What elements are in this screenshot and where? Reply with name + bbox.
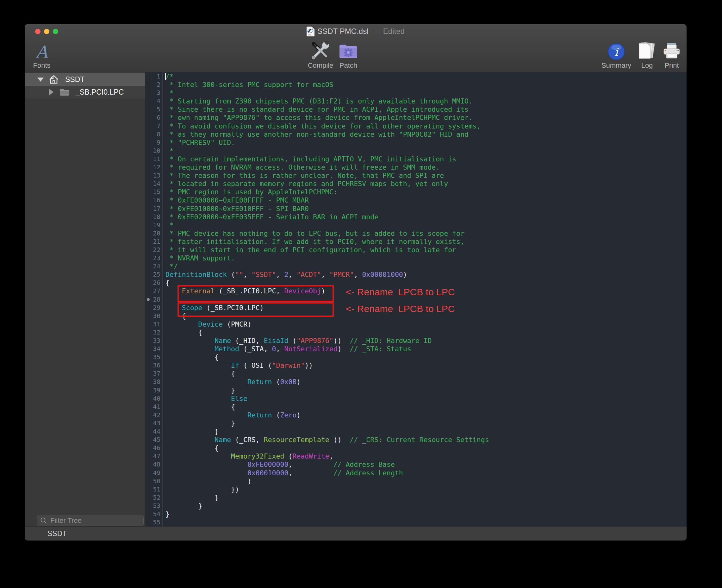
- code-text: {: [162, 329, 203, 337]
- code-text: {: [162, 444, 219, 452]
- code-text: * 0xFE000000~0xFE00FFFF - PMC MBAR: [162, 196, 309, 205]
- code-line[interactable]: 42 Return (Zero): [146, 411, 686, 419]
- line-number: 44: [146, 427, 162, 436]
- code-line[interactable]: 37 {: [146, 370, 686, 378]
- code-line[interactable]: 8 * as they normally use another non-sta…: [146, 130, 686, 139]
- code-line[interactable]: 40 Else: [146, 395, 686, 403]
- code-line[interactable]: 34 Method (_STA, 0, NotSerialized) // _S…: [146, 345, 686, 353]
- disclosure-down-icon[interactable]: [37, 78, 44, 82]
- code-text: If (_OSI ("Darwin")): [162, 361, 313, 370]
- line-number: 10: [146, 147, 162, 155]
- patch-button[interactable]: Patch: [333, 41, 363, 70]
- line-number: 50: [146, 477, 162, 485]
- line-number: 9: [146, 139, 162, 147]
- code-line[interactable]: 22 * it will start in the end of PCI con…: [146, 246, 686, 254]
- code-line[interactable]: 5 * Since there is no standard device fo…: [146, 105, 686, 113]
- code-line[interactable]: 33 Name (_HID, EisaId ("APP9876")) // _H…: [146, 337, 686, 345]
- document-icon: DSL: [306, 26, 315, 36]
- code-line[interactable]: 41 {: [146, 403, 686, 411]
- code-line[interactable]: 15 * PMC region is used by AppleIntelPCH…: [146, 188, 686, 196]
- code-line[interactable]: 6 * own naming "APP9876" to access this …: [146, 113, 686, 122]
- code-text: /*: [162, 72, 174, 81]
- code-line[interactable]: 38 Return (0x0B): [146, 378, 686, 386]
- text-cursor: [165, 73, 166, 80]
- code-text: * faster initialisation. If we add it to…: [162, 238, 465, 246]
- code-line[interactable]: 36 If (_OSI ("Darwin")): [146, 361, 686, 370]
- fonts-button[interactable]: A Fonts: [29, 41, 55, 70]
- code-text: * located in separate memory regions and…: [162, 180, 448, 188]
- code-line[interactable]: 21 * faster initialisation. If we add it…: [146, 238, 686, 246]
- code-line[interactable]: 50 ): [146, 477, 686, 485]
- line-number: 26: [146, 279, 162, 287]
- code-line[interactable]: 32 {: [146, 329, 686, 337]
- code-text: {: [162, 370, 235, 378]
- sidebar-item-sb-pci0-lpc[interactable]: _SB.PCI0.LPC: [25, 86, 145, 99]
- code-line[interactable]: 51 }): [146, 485, 686, 494]
- code-line[interactable]: 7 * To avoid confusion we disable this d…: [146, 122, 686, 130]
- line-number: 15: [146, 188, 162, 196]
- code-line[interactable]: 20 * PMC device has nothing to do to LPC…: [146, 229, 686, 238]
- filter-tree-input[interactable]: [50, 516, 143, 525]
- code-line[interactable]: 11 * On certain implementations, includi…: [146, 155, 686, 163]
- line-number: 12: [146, 163, 162, 171]
- print-button[interactable]: Print: [657, 41, 686, 70]
- code-line[interactable]: 9 * "PCHRESV" UID.: [146, 139, 686, 147]
- line-number: 21: [146, 238, 162, 246]
- code-line[interactable]: 19 *: [146, 221, 686, 229]
- code-line[interactable]: 45 Name (_CRS, ResourceTemplate () // _C…: [146, 436, 686, 444]
- code-line[interactable]: 1/*: [146, 72, 686, 81]
- sidebar-item-ssdt[interactable]: SSDT: [25, 73, 145, 86]
- code-line[interactable]: 48 0xFE000000, // Address Base: [146, 460, 686, 469]
- code-line[interactable]: 53 }: [146, 502, 686, 510]
- line-number: 29: [146, 304, 162, 312]
- window-title: SSDT-PMC.dsl: [317, 27, 368, 36]
- code-line[interactable]: 14 * located in separate memory regions …: [146, 180, 686, 188]
- code-line[interactable]: 23 * NVRAM support.: [146, 254, 686, 262]
- code-line[interactable]: 18 * 0xFE020000~0xFE035FFF - SerialIo BA…: [146, 213, 686, 221]
- code-line[interactable]: 44 }: [146, 427, 686, 436]
- log-button[interactable]: Log: [634, 41, 660, 70]
- code-line[interactable]: 16 * 0xFE000000~0xFE00FFFF - PMC MBAR: [146, 196, 686, 205]
- code-line[interactable]: 35 {: [146, 353, 686, 361]
- code-line[interactable]: 13 * The reason for this is rather uncle…: [146, 171, 686, 180]
- code-line[interactable]: 39 }: [146, 386, 686, 395]
- code-line[interactable]: 2 * Intel 300-series PMC support for mac…: [146, 81, 686, 89]
- code-line[interactable]: 47 Memory32Fixed (ReadWrite,: [146, 452, 686, 460]
- code-line[interactable]: 46 {: [146, 444, 686, 452]
- code-text: * On certain implementations, including …: [162, 155, 456, 163]
- code-text: }): [162, 485, 239, 494]
- disclosure-right-icon[interactable]: [49, 89, 54, 95]
- line-number: 4: [146, 97, 162, 105]
- line-number: 38: [146, 378, 162, 386]
- maciasl-window: DSL SSDT-PMC.dsl — Edited A Fonts: [25, 24, 686, 541]
- code-line[interactable]: 17 * 0xFE010000~0xFE010FFF - SPI BAR0: [146, 205, 686, 213]
- line-number: 42: [146, 411, 162, 419]
- code-editor[interactable]: 1/*2 * Intel 300-series PMC support for …: [146, 72, 686, 526]
- code-line[interactable]: 4 * Starting from Z390 chipsets PMC (D31…: [146, 97, 686, 105]
- code-text: Name (_HID, EisaId ("APP9876")) // _HID:…: [162, 337, 431, 345]
- code-text: * NVRAM support.: [162, 254, 235, 262]
- code-line[interactable]: 12 * required for NVRAM access. Otherwis…: [146, 163, 686, 171]
- line-number: 23: [146, 254, 162, 262]
- code-text: * Intel 300-series PMC support for macOS: [162, 81, 334, 89]
- code-line[interactable]: 52 }: [146, 494, 686, 502]
- code-text: }: [162, 427, 219, 436]
- code-line[interactable]: 24 */: [146, 262, 686, 271]
- filter-tree-field[interactable]: [37, 515, 144, 526]
- compile-button[interactable]: Compile: [303, 41, 338, 70]
- code-line[interactable]: 10 *: [146, 147, 686, 155]
- code-line[interactable]: 49 0x00010000, // Address Length: [146, 469, 686, 477]
- code-line[interactable]: 3 *: [146, 89, 686, 97]
- log-pages-icon: [637, 42, 657, 60]
- code-text: }: [162, 510, 170, 518]
- code-line[interactable]: 54}: [146, 510, 686, 518]
- code-text: [162, 296, 166, 304]
- line-number: 22: [146, 246, 162, 254]
- code-line[interactable]: 31 Device (PMCR): [146, 320, 686, 329]
- annotation-text-external: <- Rename LPCB to LPC: [346, 287, 455, 297]
- code-line[interactable]: 55: [146, 518, 686, 526]
- code-line[interactable]: 25DefinitionBlock ("", "SSDT", 2, "ACDT"…: [146, 271, 686, 279]
- code-text: Method (_STA, 0, NotSerialized) // _STA:…: [162, 345, 411, 353]
- summary-button[interactable]: i Summary: [600, 41, 632, 70]
- code-line[interactable]: 43 }: [146, 419, 686, 427]
